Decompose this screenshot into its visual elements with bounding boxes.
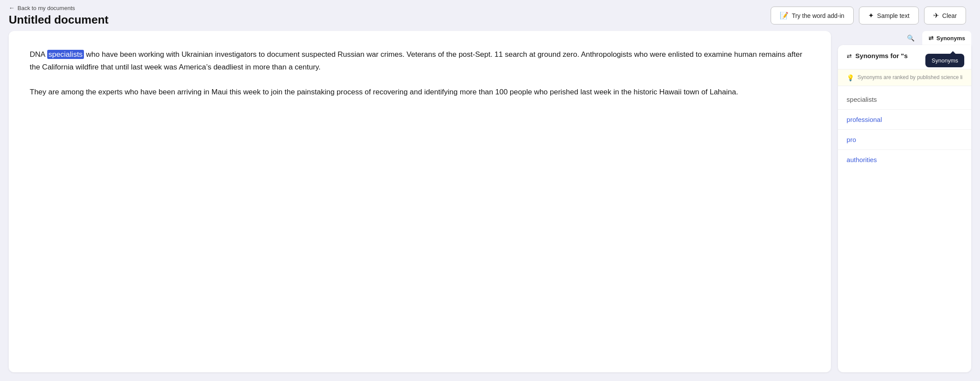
document-area: DNA specialists who have been working wi… [9, 31, 831, 372]
synonym-specialists-label: specialists [847, 96, 877, 103]
synonyms-title: Synonyms for "s [855, 52, 908, 59]
info-bulb-icon: 💡 [847, 74, 854, 81]
synonyms-panel: ⇄ Synonyms for "s 💡 Synonyms are ranked … [838, 45, 971, 372]
synonyms-header-icon: ⇄ [847, 52, 852, 59]
synonym-professional[interactable]: professional [838, 110, 971, 130]
synonym-authorities-label: authorities [847, 156, 877, 163]
synonym-professional-label: professional [847, 116, 882, 123]
para1-after: who have been working with Ukrainian inv… [30, 50, 802, 71]
tab-synonyms[interactable]: ⇄ Synonyms [922, 31, 971, 45]
word-icon: 📝 [780, 11, 789, 20]
word-addin-label: Try the word add-in [792, 12, 844, 19]
star-icon: ✦ [868, 11, 874, 20]
clear-button[interactable]: ✈ Clear [924, 7, 966, 24]
sample-text-label: Sample text [877, 12, 910, 19]
back-link[interactable]: ← Back to my documents [9, 4, 108, 11]
document-title: Untitled document [9, 13, 108, 27]
synonyms-tooltip: Synonyms [925, 54, 964, 67]
tooltip-label: Synonyms [931, 57, 958, 64]
synonyms-info-text: Synonyms are ranked by published science… [858, 74, 963, 81]
para1-before: DNA [30, 50, 47, 59]
tab-synonyms-label: Synonyms [936, 35, 965, 42]
sidebar: 🔍 ⇄ Synonyms ⇄ Synonyms for "s 💡 Synonym… [838, 31, 971, 372]
sidebar-tabs: 🔍 ⇄ Synonyms [838, 31, 971, 45]
synonym-specialists[interactable]: specialists [838, 90, 971, 110]
clear-icon: ✈ [933, 11, 939, 20]
synonym-authorities[interactable]: authorities [838, 150, 971, 170]
sample-text-button[interactable]: ✦ Sample text [859, 7, 919, 24]
synonym-pro[interactable]: pro [838, 130, 971, 150]
toolbar: 📝 Try the word add-in ✦ Sample text ✈ Cl… [771, 7, 966, 24]
search-icon: 🔍 [907, 35, 914, 42]
synonym-pro-label: pro [847, 136, 856, 143]
back-arrow-icon: ← [9, 4, 15, 11]
paragraph-2: They are among the experts who have been… [30, 86, 810, 99]
clear-label: Clear [942, 12, 957, 19]
synonyms-list: specialists professional pro authorities [838, 86, 971, 173]
word-addin-button[interactable]: 📝 Try the word add-in [771, 7, 854, 24]
synonyms-icon: ⇄ [928, 35, 934, 42]
highlighted-specialists[interactable]: specialists [47, 50, 84, 59]
paragraph-1: DNA specialists who have been working wi… [30, 48, 810, 74]
synonyms-info: 💡 Synonyms are ranked by published scien… [838, 69, 971, 86]
tab-search[interactable]: 🔍 [901, 31, 921, 45]
back-link-label: Back to my documents [17, 5, 75, 11]
